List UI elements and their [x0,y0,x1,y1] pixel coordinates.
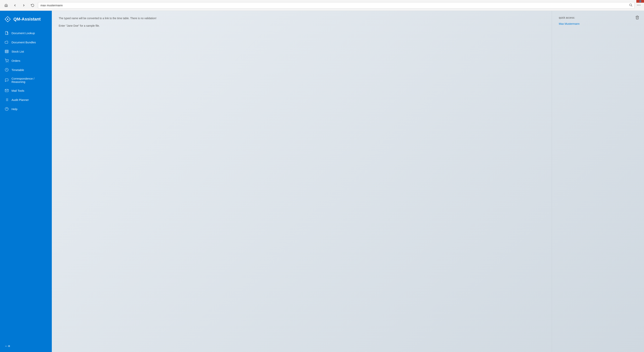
svg-point-21 [5,108,8,111]
help-icon [4,107,9,111]
sidebar-logo: QM-Assistant [0,11,52,27]
sidebar-item-timetable[interactable]: Timetable [0,65,52,74]
sidebar-item-label: Mail Tools [12,89,24,92]
sidebar-item-document-lookup[interactable]: Document Lookup [0,28,52,38]
right-panel: quick access: Max Mustermann [552,11,644,352]
delete-button[interactable] [635,15,640,20]
svg-rect-7 [5,50,8,53]
sidebar-item-orders[interactable]: Orders [0,56,52,65]
clock-icon [4,68,9,72]
sidebar-item-label: Help [12,108,18,111]
file-icon [4,31,9,35]
home-button[interactable] [3,2,9,8]
svg-line-1 [631,6,632,6]
browser-corner-badge: 🌐 [636,0,644,3]
sidebar-item-stock-list[interactable]: Stock List [0,47,52,56]
sidebar-item-document-bundles[interactable]: Document Bundles [0,38,52,47]
mail-icon [4,88,9,93]
main-layout: QM-Assistant Document Lookup Document Bu… [0,11,644,352]
sidebar-item-label: Stock List [12,50,24,53]
svg-point-3 [7,18,8,20]
sidebar-nav: Document Lookup Document Bundles Stock L… [0,27,52,340]
corner-icon: 🌐 [639,0,641,2]
sidebar-item-correspondence-reasoning[interactable]: Correspondence / Reasoning [0,74,52,86]
table-icon [4,49,9,54]
quick-access-link[interactable]: Max Mustermann [559,22,637,25]
sidebar-item-help[interactable]: Help [0,104,52,114]
collapse-icon: ←≡ [4,344,10,348]
content-area: The typed name will be converted to a li… [52,11,644,352]
svg-point-0 [630,4,632,6]
address-bar[interactable] [38,2,634,9]
chat-icon [4,78,9,82]
sidebar-item-label: Correspondence / Reasoning [12,77,47,84]
sidebar-item-label: Timetable [12,68,24,72]
sidebar-item-label: Document Bundles [12,41,36,44]
refresh-button[interactable] [30,2,36,8]
sidebar-item-label: Audit Planner [12,98,29,102]
quick-access-label: quick access: [559,16,637,19]
sidebar-logo-text: QM-Assistant [14,17,41,22]
sidebar: QM-Assistant Document Lookup Document Bu… [0,11,52,352]
browser-bar: ··· 🌐 [0,0,644,11]
back-button[interactable] [12,2,18,8]
svg-point-13 [8,62,8,62]
sidebar-item-label: Document Lookup [12,32,35,35]
sample-text: Enter "Jane Doe" for a sample file. [59,24,545,27]
logo-icon [4,16,11,22]
list-icon [4,98,9,102]
sidebar-item-audit-planner[interactable]: Audit Planner [0,95,52,104]
folder-icon [4,40,9,44]
left-panel: The typed name will be converted to a li… [52,11,552,352]
browser-nav-icons [3,2,36,8]
svg-point-12 [6,62,6,62]
search-button[interactable] [629,3,632,8]
info-text: The typed name will be converted to a li… [59,16,545,20]
sidebar-item-label: Orders [12,59,20,62]
forward-button[interactable] [21,2,27,8]
browser-more-button[interactable]: ··· [637,3,641,7]
sidebar-item-mail-tools[interactable]: Mail Tools [0,86,52,95]
sidebar-collapse-button[interactable]: ←≡ [0,340,52,352]
cart-icon [4,58,9,63]
